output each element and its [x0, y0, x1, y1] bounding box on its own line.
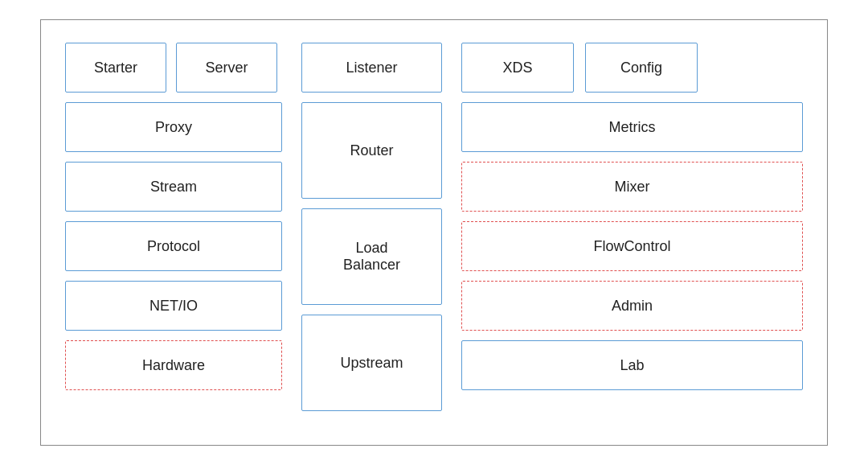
box-lab: Lab — [461, 340, 803, 390]
box-load-balancer: Load Balancer — [301, 208, 442, 305]
box-router: Router — [301, 102, 442, 199]
box-protocol: Protocol — [65, 221, 282, 271]
left-column: Starter Server Proxy Stream Protocol NET… — [65, 43, 282, 422]
box-admin: Admin — [461, 281, 803, 331]
right-column: XDS Config Metrics Mixer FlowControl Adm… — [461, 43, 803, 422]
box-xds: XDS — [461, 43, 574, 93]
main-container: Starter Server Proxy Stream Protocol NET… — [40, 19, 828, 446]
box-listener: Listener — [301, 43, 442, 93]
box-hardware: Hardware — [65, 340, 282, 390]
box-starter: Starter — [65, 43, 166, 93]
box-server: Server — [176, 43, 277, 93]
box-config: Config — [585, 43, 698, 93]
box-netio: NET/IO — [65, 281, 282, 331]
box-proxy: Proxy — [65, 102, 282, 152]
right-top-row: XDS Config — [461, 43, 803, 93]
box-mixer: Mixer — [461, 162, 803, 212]
box-metrics: Metrics — [461, 102, 803, 152]
middle-column: Listener Router Load Balancer Upstream — [301, 43, 442, 422]
box-upstream: Upstream — [301, 315, 442, 411]
left-top-row: Starter Server — [65, 43, 282, 93]
box-flowcontrol: FlowControl — [461, 221, 803, 271]
box-stream: Stream — [65, 162, 282, 212]
